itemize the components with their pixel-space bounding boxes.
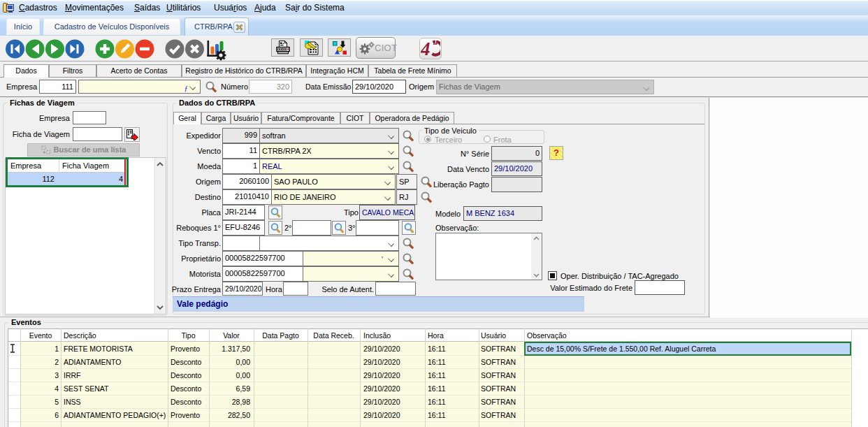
svg-text:4: 4 bbox=[421, 39, 431, 58]
